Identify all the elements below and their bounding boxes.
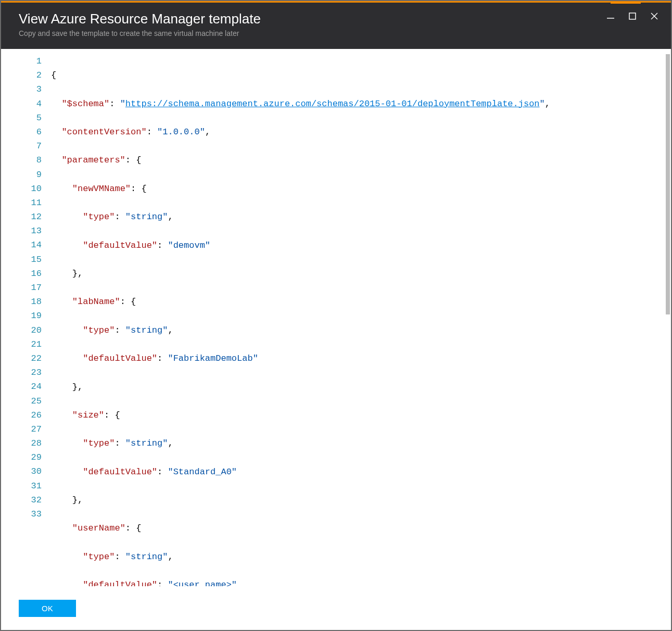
minimize-icon[interactable] [606, 12, 615, 20]
line-number: 8 [1, 153, 42, 167]
line-number: 9 [1, 168, 42, 182]
line-number: 21 [1, 337, 42, 351]
code-content[interactable]: { "$schema": "https://schema.management.… [51, 54, 671, 586]
line-number-gutter: 1234567891011121314151617181920212223242… [1, 54, 51, 586]
line-number: 32 [1, 493, 42, 507]
code-editor[interactable]: 1234567891011121314151617181920212223242… [1, 49, 671, 586]
line-number: 25 [1, 394, 42, 408]
line-number: 28 [1, 436, 42, 450]
line-number: 19 [1, 309, 42, 323]
line-number: 22 [1, 351, 42, 365]
line-number: 20 [1, 323, 42, 337]
line-number: 24 [1, 380, 42, 394]
titlebar: View Azure Resource Manager template Cop… [1, 1, 671, 49]
line-number: 15 [1, 253, 42, 267]
svg-rect-1 [629, 13, 636, 19]
line-number: 13 [1, 224, 42, 238]
line-number: 11 [1, 196, 42, 210]
window-controls [606, 12, 658, 20]
line-number: 4 [1, 97, 42, 111]
line-number: 1 [1, 54, 42, 68]
line-number: 7 [1, 139, 42, 153]
schema-link[interactable]: https://schema.management.azure.com/sche… [125, 99, 540, 109]
line-number: 23 [1, 365, 42, 380]
line-number: 17 [1, 281, 42, 295]
close-icon[interactable] [650, 12, 658, 20]
line-number: 2 [1, 68, 42, 82]
line-number: 27 [1, 422, 42, 436]
line-number: 33 [1, 507, 42, 521]
dialog-footer: OK [1, 589, 671, 630]
line-number: 26 [1, 408, 42, 422]
line-number: 3 [1, 82, 42, 96]
line-number: 14 [1, 238, 42, 252]
line-number: 29 [1, 450, 42, 464]
window-subtitle: Copy and save the template to create the… [19, 29, 261, 37]
line-number: 5 [1, 111, 42, 125]
line-number: 31 [1, 479, 42, 493]
line-number: 6 [1, 125, 42, 139]
line-number: 12 [1, 210, 42, 224]
maximize-icon[interactable] [628, 12, 637, 20]
line-number: 10 [1, 182, 42, 196]
vertical-scrollbar[interactable] [666, 54, 670, 314]
ok-button[interactable]: OK [19, 600, 76, 617]
line-number: 16 [1, 267, 42, 281]
window-title: View Azure Resource Manager template [19, 11, 261, 27]
line-number: 18 [1, 295, 42, 309]
line-number: 30 [1, 464, 42, 478]
